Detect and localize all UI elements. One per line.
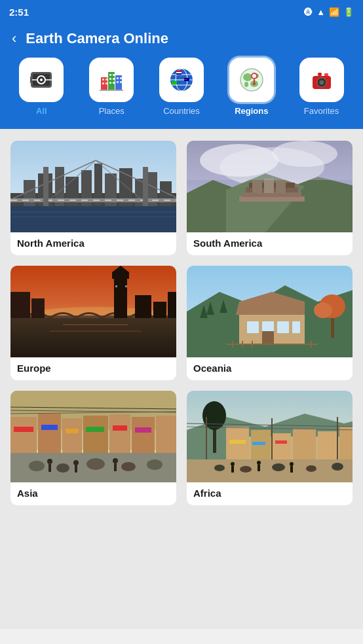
status-icons: 🅐 ▲ 📶 🔋 xyxy=(304,7,354,17)
svg-rect-98 xyxy=(10,292,30,318)
svg-point-149 xyxy=(147,459,162,470)
tab-favorites[interactable]: Favorites xyxy=(296,58,348,116)
svg-point-127 xyxy=(314,302,332,318)
svg-rect-100 xyxy=(114,272,127,318)
svg-rect-88 xyxy=(252,180,262,193)
region-image-south-america xyxy=(187,141,353,232)
region-image-asia xyxy=(10,391,176,482)
tab-countries-icon-wrap xyxy=(159,58,204,102)
region-image-oceania xyxy=(187,266,353,357)
svg-rect-11 xyxy=(105,82,107,84)
svg-rect-76 xyxy=(10,211,176,213)
region-card-asia[interactable]: Asia xyxy=(10,391,176,505)
svg-rect-117 xyxy=(277,321,289,333)
svg-rect-173 xyxy=(187,459,353,482)
svg-rect-10 xyxy=(102,82,104,84)
svg-rect-8 xyxy=(102,79,104,80)
region-image-north-america xyxy=(10,141,176,232)
svg-rect-104 xyxy=(125,285,127,287)
svg-rect-22 xyxy=(117,81,119,83)
region-card-africa[interactable]: Africa xyxy=(187,391,353,505)
svg-rect-75 xyxy=(10,206,176,232)
tab-all-icon-wrap xyxy=(19,58,64,102)
svg-rect-74 xyxy=(143,167,148,206)
region-label-europe: Europe xyxy=(10,357,176,380)
svg-point-148 xyxy=(121,462,136,471)
tab-regions-label: Regions xyxy=(235,106,268,116)
svg-point-38 xyxy=(243,73,252,81)
status-time: 2:51 xyxy=(9,7,29,18)
signal-icon: 📶 xyxy=(329,7,339,17)
svg-rect-138 xyxy=(14,427,33,432)
svg-rect-33 xyxy=(176,73,182,75)
svg-rect-119 xyxy=(262,331,274,344)
svg-rect-14 xyxy=(113,74,115,76)
svg-rect-184 xyxy=(290,466,293,473)
svg-point-181 xyxy=(257,461,261,465)
region-label-south-america: South America xyxy=(187,232,353,255)
svg-rect-20 xyxy=(117,77,119,79)
svg-rect-18 xyxy=(113,82,115,84)
region-card-oceania[interactable]: Oceania xyxy=(187,266,353,380)
svg-rect-90 xyxy=(276,180,286,193)
svg-rect-89 xyxy=(264,179,274,193)
svg-rect-141 xyxy=(86,427,104,432)
region-label-north-america: North America xyxy=(10,232,176,255)
svg-point-177 xyxy=(306,465,316,472)
svg-rect-31 xyxy=(176,71,182,72)
tab-places[interactable]: Places xyxy=(85,58,138,116)
tab-bar: All xyxy=(0,58,363,129)
svg-point-178 xyxy=(332,463,343,471)
svg-point-45 xyxy=(253,82,256,85)
svg-point-3 xyxy=(40,79,43,81)
notification-icon: 🅐 xyxy=(304,7,313,17)
svg-rect-17 xyxy=(109,82,111,84)
svg-rect-23 xyxy=(120,81,122,83)
tab-favorites-label: Favorites xyxy=(304,106,339,116)
svg-rect-140 xyxy=(66,429,79,433)
svg-rect-139 xyxy=(41,425,58,430)
region-image-europe xyxy=(10,266,176,357)
tab-countries-label: Countries xyxy=(163,106,200,116)
tab-all[interactable]: All xyxy=(15,58,67,116)
svg-rect-107 xyxy=(168,292,176,318)
svg-point-50 xyxy=(320,80,324,84)
svg-rect-9 xyxy=(105,79,107,80)
tab-places-icon-wrap xyxy=(89,58,134,102)
svg-rect-6 xyxy=(30,77,32,83)
svg-rect-143 xyxy=(135,427,151,433)
region-label-oceania: Oceania xyxy=(187,357,353,380)
svg-point-43 xyxy=(252,74,256,78)
svg-point-179 xyxy=(231,462,235,466)
tab-regions[interactable]: Regions xyxy=(225,58,278,116)
svg-rect-106 xyxy=(153,302,166,318)
svg-rect-77 xyxy=(10,216,176,217)
svg-rect-51 xyxy=(318,73,322,76)
svg-rect-73 xyxy=(43,167,48,206)
svg-rect-171 xyxy=(252,442,265,445)
tab-places-label: Places xyxy=(99,106,124,116)
region-label-asia: Asia xyxy=(10,482,176,505)
svg-rect-36 xyxy=(172,81,177,84)
svg-rect-13 xyxy=(109,74,111,76)
svg-rect-52 xyxy=(324,73,328,76)
tab-countries[interactable]: Countries xyxy=(155,58,208,116)
regions-content: North America South America xyxy=(0,129,363,629)
svg-rect-32 xyxy=(176,72,182,73)
svg-rect-156 xyxy=(75,465,77,473)
svg-rect-142 xyxy=(113,425,127,431)
back-button[interactable]: ‹ xyxy=(12,30,16,47)
svg-rect-105 xyxy=(135,295,151,318)
region-card-south-america[interactable]: South America xyxy=(187,141,353,255)
svg-point-176 xyxy=(272,463,285,471)
region-card-europe[interactable]: Europe xyxy=(10,266,176,380)
svg-rect-21 xyxy=(120,77,122,79)
svg-rect-172 xyxy=(275,440,287,444)
region-card-north-america[interactable]: North America xyxy=(10,141,176,255)
svg-rect-91 xyxy=(187,141,353,180)
svg-rect-182 xyxy=(258,465,260,471)
svg-point-175 xyxy=(240,466,252,473)
tab-favorites-icon-wrap xyxy=(299,58,344,102)
battery-icon: 🔋 xyxy=(343,7,354,17)
svg-rect-94 xyxy=(10,318,176,357)
